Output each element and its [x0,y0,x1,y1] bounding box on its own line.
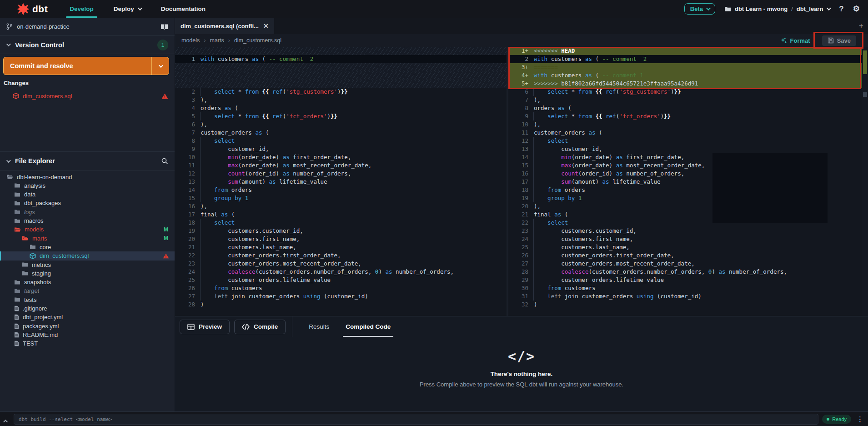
tree-item-metrics[interactable]: metrics [0,260,175,269]
nav-deploy[interactable]: Deploy [104,0,151,18]
tree-item-target[interactable]: target [0,286,175,296]
tree-item-analysis[interactable]: analysis [0,181,175,190]
code-line[interactable]: 32) [508,301,862,309]
add-tab-button[interactable]: + [854,18,868,34]
diff-spacer-row[interactable] [175,80,507,88]
code-line[interactable]: 5+>>>>>>> b81f802a66fd544504c65721e3ffaa… [508,80,862,88]
code-line[interactable]: 17final as ( [175,210,507,219]
tab-compiled-code[interactable]: Compiled Code [337,316,399,337]
tree-item-staging[interactable]: staging [0,269,175,278]
tree-item-marts[interactable]: martsM [0,234,175,243]
kebab-menu-icon[interactable]: ⋮ [857,415,863,423]
code-line[interactable]: 18 select [175,219,507,227]
tree-item-packages-yml[interactable]: packages.yml [0,321,175,331]
compile-button[interactable]: Compile [234,320,286,334]
commit-and-resolve-button[interactable]: Commit and resolve [3,57,169,75]
tree-item-dim-customers-sql[interactable]: dim_customers.sql [0,251,175,261]
code-line[interactable]: 22 customer_orders.first_order_date, [175,251,507,260]
code-line[interactable]: 12 select [508,137,862,145]
tree-item-test[interactable]: TEST [0,339,175,348]
close-icon[interactable]: ✕ [263,22,269,30]
code-line[interactable]: 26 customer_orders.first_order_date, [508,251,862,260]
changed-file-row[interactable]: dim_customers.sql [0,90,175,101]
code-line[interactable]: 25 customers.last_name, [508,243,862,251]
code-line[interactable]: 27 customer_orders.most_recent_order_dat… [508,260,862,268]
code-line[interactable]: 9 customer_id, [175,145,507,153]
diff-pane-original[interactable]: 1with customers as ( -- comment 22 selec… [175,47,507,316]
tree-item-dbt-learn-on-demand[interactable]: dbt-learn-on-demand [0,172,175,181]
save-button[interactable]: Save [822,35,856,46]
code-line[interactable]: 15 group by 1 [175,194,507,202]
scrollbar-overview-ruler[interactable] [862,47,868,316]
code-line[interactable]: 3), [175,96,507,104]
tree-item-data[interactable]: data [0,190,175,199]
gear-icon[interactable]: ⚙ [853,4,860,14]
code-line[interactable]: 13 customer_id, [508,145,862,153]
breadcrumb-models[interactable]: models [181,37,200,44]
diff-spacer-row[interactable] [175,71,507,80]
tree-item-macros[interactable]: macros [0,216,175,226]
diff-spacer-row[interactable] [175,63,507,71]
code-line[interactable]: 23 customer_orders.most_recent_order_dat… [175,260,507,268]
code-line[interactable]: 3+======= [508,63,862,71]
account-selector[interactable]: dbt Learn - mwong / dbt_learn [724,5,830,12]
code-line[interactable]: 5 select * from {{ ref('fct_orders')}} [175,112,507,120]
code-line[interactable]: 9 select * from {{ ref('fct_orders')}} [508,112,862,120]
code-line[interactable]: 30 from customers [508,284,862,292]
breadcrumb-marts[interactable]: marts [210,37,224,44]
code-line[interactable]: 11 max(order_date) as most_recent_order_… [175,161,507,170]
expand-panel-icon[interactable] [5,416,8,425]
code-line[interactable]: 24 customers.first_name, [508,235,862,243]
code-editor-diff[interactable]: 1with customers as ( -- comment 22 selec… [175,47,868,316]
code-line[interactable]: 2with customers as ( -- comment 2 [508,55,862,63]
code-line[interactable]: 13 sum(amount) as lifetime_value [175,178,507,186]
code-line[interactable]: 28) [175,301,507,309]
dbt-logo[interactable]: dbt [0,3,60,15]
nav-documentation[interactable]: Documentation [151,0,216,18]
code-line[interactable]: 27 left join customer_orders using (cust… [175,292,507,301]
branch-selector[interactable]: on-demand-practice [0,18,175,36]
code-line[interactable]: 7customer_orders as ( [175,129,507,137]
code-line[interactable]: 1with customers as ( -- comment 2 [175,55,507,63]
code-line[interactable]: 26 from customers [175,284,507,292]
code-line[interactable]: 24 coalesce(customer_orders.number_of_or… [175,268,507,276]
preview-button[interactable]: Preview [180,320,230,334]
docs-book-icon[interactable] [161,24,168,30]
tree-item-dbt-project-yml[interactable]: dbt_project.yml [0,313,175,322]
nav-develop[interactable]: Develop [60,0,104,18]
version-control-header[interactable]: Version Control 1 [0,36,175,54]
code-line[interactable]: 12 count(order_id) as number_of_orders, [175,170,507,178]
code-line[interactable]: 1+<<<<<<< HEAD [508,47,862,55]
help-icon[interactable]: ? [839,5,843,14]
code-line[interactable]: 4+with customers as ( -- comment 1 [508,71,862,80]
tree-item-models[interactable]: modelsM [0,225,175,234]
code-line[interactable]: 21 customers.last_name, [175,243,507,251]
dbt-command-input[interactable] [14,414,818,425]
code-line[interactable]: 20 customers.first_name, [175,235,507,243]
tree-item-snapshots[interactable]: snapshots [0,278,175,287]
breadcrumb-file[interactable]: dim_customers.sql [234,37,281,44]
code-line[interactable]: 16), [175,202,507,210]
code-line[interactable]: 25 customer_orders.lifetime_value [175,276,507,284]
code-line[interactable]: 28 coalesce(customer_orders.number_of_or… [508,268,862,276]
diff-spacer-row[interactable] [175,47,507,55]
format-button[interactable]: Format [780,37,810,44]
tree-item-core[interactable]: core [0,242,175,251]
code-line[interactable]: 6 select * from {{ ref('stg_customers')}… [508,88,862,96]
code-line[interactable]: 7), [508,96,862,104]
code-line[interactable]: 10), [508,120,862,129]
code-line[interactable]: 2 select * from {{ ref('stg_customers')}… [175,88,507,96]
tree-item-tests[interactable]: tests [0,295,175,304]
tree-item-logs[interactable]: logs [0,207,175,216]
code-line[interactable]: 8orders as ( [508,104,862,112]
tree-item-readme-md[interactable]: README.md [0,330,175,339]
editor-tab[interactable]: dim_customers.sql (confli... ✕ [175,18,274,34]
code-line[interactable]: 29 customer_orders.lifetime_value [508,276,862,284]
code-line[interactable]: 10 min(order_date) as first_order_date, [175,153,507,161]
code-line[interactable]: 8 select [175,137,507,145]
code-line[interactable]: 4orders as ( [175,104,507,112]
tree-item--gitignore[interactable]: .gitignore [0,304,175,313]
tree-item-dbt-packages[interactable]: dbt_packages [0,199,175,208]
commit-options-dropdown[interactable] [151,57,169,75]
code-line[interactable]: 14 from orders [175,186,507,194]
